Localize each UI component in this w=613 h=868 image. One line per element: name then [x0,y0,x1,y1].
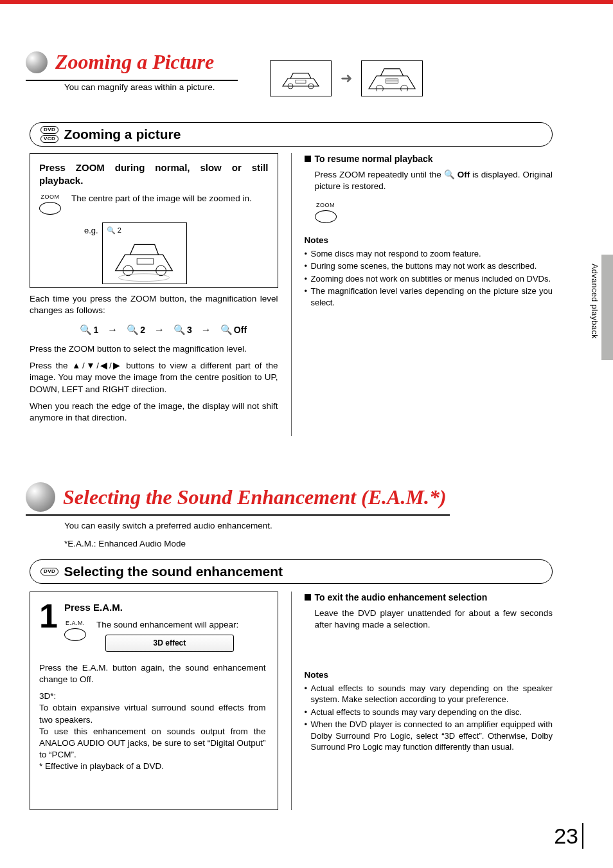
magnification-sequence: 🔍1 → 🔍2 → 🔍3 → 🔍 Off [30,323,278,337]
zoom-button[interactable]: ZOOM [315,201,337,223]
section2-body: 1 Press E.A.M. E.A.M. The sound enhancem… [30,592,553,810]
notes-title: Notes [305,235,553,246]
zoom-button-icon [39,202,61,215]
zoom-illustration-row: ➜ [270,60,423,96]
dvd-badge: DVD [40,126,58,134]
eg-label: e.g. [84,222,98,237]
section1-header-bar: DVD VCD Zooming a picture [30,122,553,147]
svg-rect-10 [137,258,154,264]
page-number-bar [582,823,583,849]
arrow-icon: → [154,323,164,337]
zoom-example-frame: 🔍 2 [102,222,187,284]
square-bullet-icon [305,594,311,601]
notes-list-1: Some discs may not respond to zoom featu… [305,248,553,309]
svg-point-11 [118,273,169,281]
sphere-icon [26,482,55,512]
eam-instruction-box: 1 Press E.A.M. E.A.M. The sound enhancem… [30,592,278,810]
step-head: Press E.A.M. [64,601,266,614]
eam-p2: To obtain expansive virtual surround sou… [39,702,266,725]
note-item: Zooming does not work on subtitles or me… [305,273,553,285]
eam-button-label: E.A.M. [66,619,85,627]
zoom-p1: Press the ZOOM button to select the magn… [30,343,278,355]
top-red-bar [0,0,613,4]
zoom-row: ZOOM The centre part of the image will b… [39,193,269,215]
resume-head: To resume normal playback [305,153,553,165]
note-item: The magnification level varies depending… [305,285,553,308]
section1-subtitle: You can magnify areas within a picture. [64,82,215,92]
arrow-right-icon: ➜ [341,70,352,87]
section1-title: Zooming a Picture [55,50,214,74]
mag-off: 🔍 Off [220,323,247,336]
exit-body: Leave the DVD player unattended for abou… [305,608,553,631]
eam-p3: To use this enhancement on sounds output… [39,726,266,761]
section2-underline [26,514,450,516]
enhancement-display: 3D effect [105,635,234,651]
section2-title-row: Selecting the Sound Enhancement (E.A.M.*… [26,482,447,512]
eam-button[interactable]: E.A.M. [64,619,86,641]
section1-title-row: Zooming a Picture [26,50,214,74]
zoom-instruction-box: Press ZOOM during normal, slow or still … [30,153,278,288]
note-item: During some scenes, the buttons may not … [305,260,553,272]
column-separator [291,153,292,436]
section1-right-col: To resume normal playback Press ZOOM rep… [305,153,553,436]
dvd-badge: DVD [40,568,58,575]
notes-list-2: Actual effects to sounds may vary depend… [305,683,553,753]
section2-left-col: 1 Press E.A.M. E.A.M. The sound enhancem… [30,592,278,810]
eam-p4: * Effective in playback of a DVD. [39,761,266,772]
side-tab-bar [601,255,613,360]
square-bullet-icon [305,156,311,162]
arrow-icon: → [201,323,211,337]
car-large-frame [361,60,423,96]
step-row: 1 Press E.A.M. E.A.M. The sound enhancem… [39,601,266,652]
section2-footnote: *E.A.M.: Enhanced Audio Mode [64,539,186,548]
side-tab: Advanced playback [594,255,613,360]
section2-header-text: Selecting the sound enhancement [64,564,283,579]
mag-1: 🔍1 [80,323,98,336]
note-item: Actual effects to sounds may vary depend… [305,707,553,718]
car-example-icon [103,223,186,284]
sphere-icon [26,51,48,73]
arrow-icon: → [107,323,118,337]
svg-point-3 [376,85,383,91]
zoom-desc: The centre part of the image will be zoo… [71,193,269,204]
zoom-button-label: ZOOM [41,193,60,201]
side-tab-text: Advanced playback [590,264,599,339]
eam-p1: Press the E.A.M. button again, the sound… [39,662,266,685]
eam-p2-head: 3D*: [39,691,266,702]
step-number: 1 [39,601,58,631]
zoom-button[interactable]: ZOOM [39,193,61,215]
section1-underline [26,80,238,81]
page: Zooming a Picture You can magnify areas … [0,0,613,868]
zoom-p3: When you reach the edge of the image, th… [30,401,278,424]
zoom-example: e.g. 🔍 2 [84,222,269,284]
note-item: When the DVD player is connected to an a… [305,719,553,753]
car-small-icon [275,66,326,91]
zoom-button-icon [315,210,337,223]
mag-2: 🔍2 [127,323,145,336]
section1-body: Press ZOOM during normal, slow or still … [30,153,553,436]
zoom-p2: Press the ▲/▼/◀/▶ buttons to view a diff… [30,360,278,395]
disc-badges: DVD [40,568,58,575]
section1-left-col: Press ZOOM during normal, slow or still … [30,153,278,436]
vcd-badge: VCD [40,135,58,143]
note-item: Some discs may not respond to zoom featu… [305,248,553,260]
section1-header-text: Zooming a picture [64,127,181,142]
svg-rect-2 [296,80,306,83]
section2-right-col: To exit the audio enhancement selection … [305,592,553,810]
svg-point-4 [401,85,408,91]
disc-badges: DVD VCD [40,126,58,143]
column-separator [291,592,292,810]
exit-head: To exit the audio enhancement selection [305,592,553,604]
resume-body: Press ZOOM repeatedly until the 🔍 Off is… [305,169,553,192]
zoom-button-label: ZOOM [316,201,335,209]
zoom-box-title: Press ZOOM during normal, slow or still … [39,161,269,188]
note-item: Actual effects to sounds may vary depend… [305,683,553,705]
each-time-text: Each time you press the ZOOM button, the… [30,293,278,316]
eam-button-icon [64,628,86,641]
section2-header-bar: DVD Selecting the sound enhancement [30,559,553,584]
car-large-icon [366,66,418,91]
appear-text: The sound enhancement will appear: [96,619,266,631]
section2-title: Selecting the Sound Enhancement (E.A.M.*… [63,485,447,509]
notes-title: Notes [305,669,553,681]
page-number: 23 [554,824,578,849]
